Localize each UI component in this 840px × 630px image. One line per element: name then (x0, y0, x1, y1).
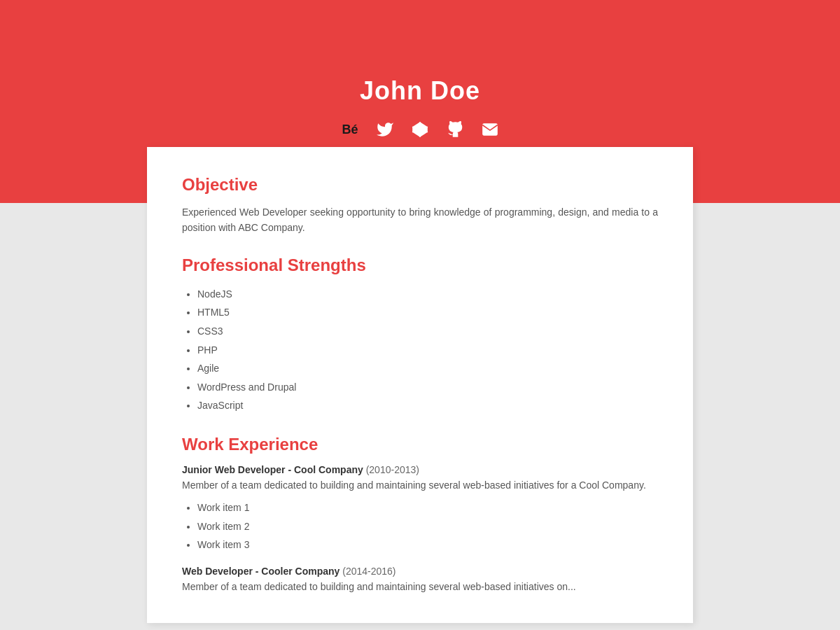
list-item: WordPress and Drupal (197, 378, 658, 397)
work-items-list-1: Work item 1 Work item 2 Work item 3 (182, 498, 658, 554)
twitter-icon[interactable] (374, 118, 396, 141)
strengths-section: Professional Strengths NodeJS HTML5 CSS3… (182, 255, 658, 415)
work-list-item: Work item 1 (197, 498, 658, 517)
page-background: Objective Experienced Web Developer seek… (0, 203, 840, 630)
objective-section: Objective Experienced Web Developer seek… (182, 175, 658, 236)
social-icons-row: Bé (339, 118, 501, 141)
list-item: CSS3 (197, 322, 658, 341)
job-years-2: (2014-2016) (342, 566, 396, 577)
work-experience-section: Work Experience Junior Web Developer - C… (182, 435, 658, 594)
strengths-title: Professional Strengths (182, 255, 658, 275)
job-title-text-2: Web Developer - Cooler Company (182, 566, 340, 577)
codepen-icon[interactable] (409, 118, 431, 141)
resume-card: Objective Experienced Web Developer seek… (147, 147, 693, 623)
objective-title: Objective (182, 175, 658, 195)
work-experience-title: Work Experience (182, 435, 658, 454)
work-list-item: Work item 2 (197, 517, 658, 536)
behance-icon[interactable]: Bé (339, 118, 361, 141)
list-item: PHP (197, 341, 658, 360)
job-entry-2: Web Developer - Cooler Company (2014-201… (182, 566, 658, 594)
job-title-2: Web Developer - Cooler Company (2014-201… (182, 566, 658, 577)
job-entry-1: Junior Web Developer - Cool Company (201… (182, 464, 658, 554)
job-title-text-1: Junior Web Developer - Cool Company (182, 464, 363, 475)
work-list-item: Work item 3 (197, 536, 658, 554)
job-desc-1: Member of a team dedicated to building a… (182, 478, 658, 493)
email-icon[interactable] (479, 118, 501, 141)
github-icon[interactable] (444, 118, 466, 141)
strengths-list: NodeJS HTML5 CSS3 PHP Agile WordPress an… (182, 285, 658, 415)
job-desc-2: Member of a team dedicated to building a… (182, 580, 658, 594)
person-name: John Doe (360, 76, 480, 106)
list-item: Agile (197, 359, 658, 378)
job-title-1: Junior Web Developer - Cool Company (201… (182, 464, 658, 475)
list-item: NodeJS (197, 285, 658, 304)
objective-text: Experienced Web Developer seeking opport… (182, 204, 658, 236)
job-years-1: (2010-2013) (366, 464, 419, 475)
list-item: JavaScript (197, 396, 658, 415)
list-item: HTML5 (197, 303, 658, 322)
